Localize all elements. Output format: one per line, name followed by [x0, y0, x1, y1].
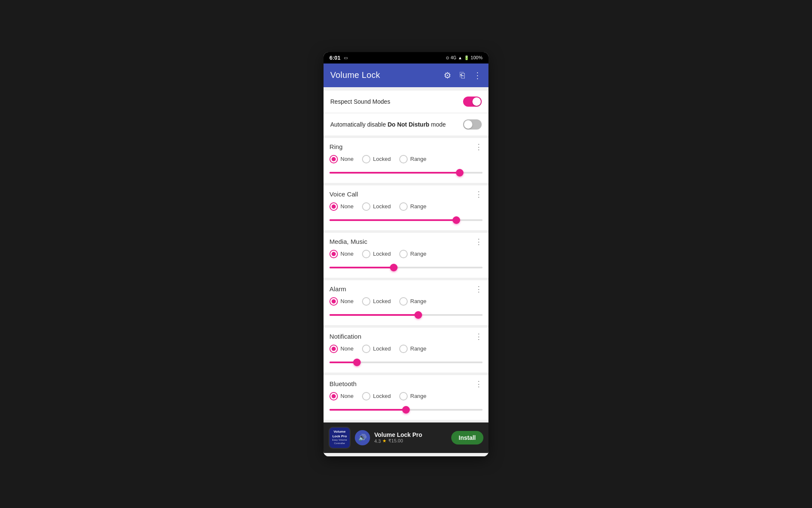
auto-disable-dnd-toggle[interactable]: [463, 119, 482, 130]
radio-label-locked: Locked: [373, 203, 391, 210]
toggle-thumb-dnd: [464, 120, 472, 129]
radio-inner: [332, 157, 336, 161]
radio-option-voice-call-none[interactable]: None: [329, 202, 354, 211]
slider-fill-ring: [329, 172, 460, 174]
radio-circle-range: [399, 250, 408, 258]
slider-container-notification[interactable]: [329, 358, 483, 367]
radio-inner: [332, 252, 336, 256]
radio-option-notification-none[interactable]: None: [329, 345, 354, 353]
radio-option-notification-locked[interactable]: Locked: [362, 345, 391, 353]
radio-option-alarm-range[interactable]: Range: [399, 297, 426, 306]
radio-option-ring-none[interactable]: None: [329, 155, 354, 163]
radio-option-bluetooth-range[interactable]: Range: [399, 392, 426, 400]
radio-circle-locked: [362, 345, 370, 353]
signal-4g: 4G: [451, 55, 456, 60]
banner-app-sub: 4.3 ★ ₹15.00: [374, 438, 447, 444]
slider-fill-alarm: [329, 314, 418, 316]
slider-container-ring[interactable]: [329, 168, 483, 177]
slider-track-voice-call: [329, 219, 483, 221]
radio-option-bluetooth-locked[interactable]: Locked: [362, 392, 391, 400]
battery-percent: 100%: [471, 55, 483, 60]
radio-option-ring-range[interactable]: Range: [399, 155, 426, 163]
radio-label-none: None: [340, 345, 354, 352]
slider-fill-media-music: [329, 267, 394, 268]
radio-label-none: None: [340, 203, 354, 210]
radio-circle-range: [399, 345, 408, 353]
slider-container-media-music[interactable]: [329, 263, 483, 272]
card-title-media-music: Media, Music: [329, 238, 368, 245]
radio-group-alarm: None Locked Range: [329, 297, 483, 306]
slider-container-alarm[interactable]: [329, 311, 483, 319]
radio-option-notification-range[interactable]: Range: [399, 345, 426, 353]
banner-rating: 4.3: [374, 439, 381, 444]
radio-label-range: Range: [410, 393, 426, 399]
radio-circle-locked: [362, 250, 370, 258]
card-more-ring[interactable]: ⋮: [475, 143, 483, 151]
radio-group-notification: None Locked Range: [329, 345, 483, 353]
volume-card-voice-call: Voice Call ⋮ None Locked Range: [324, 185, 488, 230]
respect-sound-modes-toggle[interactable]: [463, 97, 482, 107]
slider-thumb-alarm[interactable]: [414, 311, 422, 319]
radio-option-alarm-none[interactable]: None: [329, 297, 354, 306]
slider-container-voice-call[interactable]: [329, 216, 483, 224]
slider-thumb-media-music[interactable]: [390, 264, 398, 271]
radio-option-ring-locked[interactable]: Locked: [362, 155, 391, 163]
radio-label-none: None: [340, 393, 354, 399]
slider-container-bluetooth[interactable]: [329, 406, 483, 414]
share-icon[interactable]: ⎗: [460, 70, 465, 80]
slider-track-notification: [329, 362, 483, 363]
radio-group-voice-call: None Locked Range: [329, 202, 483, 211]
slider-fill-voice-call: [329, 219, 456, 221]
app-bar-title: Volume Lock: [330, 70, 444, 80]
banner-icon-title: Volume Lock Pro: [331, 430, 348, 439]
install-button[interactable]: Install: [451, 431, 483, 444]
radio-option-media-music-range[interactable]: Range: [399, 250, 426, 258]
card-more-notification[interactable]: ⋮: [475, 333, 483, 340]
radio-option-bluetooth-none[interactable]: None: [329, 392, 354, 400]
banner-star: ★: [382, 438, 387, 444]
card-header-voice-call: Voice Call ⋮: [329, 190, 483, 198]
radio-option-alarm-locked[interactable]: Locked: [362, 297, 391, 306]
auto-disable-dnd-row: Automatically disable Do Not Disturb mod…: [324, 113, 488, 135]
card-more-media-music[interactable]: ⋮: [475, 238, 483, 246]
radio-label-range: Range: [410, 298, 426, 304]
radio-inner: [332, 204, 336, 209]
slider-thumb-bluetooth[interactable]: [402, 406, 410, 414]
radio-circle-none: [329, 202, 338, 211]
auto-disable-bold: Do Not Disturb: [387, 121, 429, 128]
wifi-icon: ⊙: [446, 55, 449, 60]
card-title-bluetooth: Bluetooth: [329, 380, 357, 387]
battery-icon: 🔋: [464, 55, 469, 60]
card-title-alarm: Alarm: [329, 285, 346, 293]
volume-card-bluetooth: Bluetooth ⋮ None Locked Range: [324, 375, 488, 420]
toggle-thumb: [472, 97, 481, 106]
card-header-media-music: Media, Music ⋮: [329, 238, 483, 246]
card-header-bluetooth: Bluetooth ⋮: [329, 380, 483, 388]
app-bar: Volume Lock ⚙ ⎗ ⋮: [324, 64, 488, 87]
slider-thumb-notification[interactable]: [353, 359, 361, 366]
radio-circle-none: [329, 392, 338, 400]
radio-circle-range: [399, 155, 408, 163]
radio-option-media-music-none[interactable]: None: [329, 250, 354, 258]
radio-option-voice-call-locked[interactable]: Locked: [362, 202, 391, 211]
volume-card-alarm: Alarm ⋮ None Locked Range: [324, 280, 488, 325]
radio-circle-range: [399, 392, 408, 400]
card-more-voice-call[interactable]: ⋮: [475, 190, 483, 198]
radio-option-voice-call-range[interactable]: Range: [399, 202, 426, 211]
card-more-alarm[interactable]: ⋮: [475, 285, 483, 293]
radio-label-locked: Locked: [373, 156, 391, 162]
slider-thumb-ring[interactable]: [456, 169, 464, 177]
phone-container: 6:01 ▭ ⊙ 4G ▲ 🔋 100% Volume Lock ⚙ ⎗ ⋮ R…: [324, 52, 488, 456]
radio-option-media-music-locked[interactable]: Locked: [362, 250, 391, 258]
status-time: 6:01: [329, 55, 340, 61]
respect-sound-modes-label: Respect Sound Modes: [330, 98, 463, 105]
banner-app-icon: Volume Lock Pro Easy Volume Controller: [329, 427, 351, 449]
content-area: Respect Sound Modes Automatically disabl…: [324, 87, 488, 456]
auto-disable-suffix: mode: [429, 121, 446, 128]
settings-icon[interactable]: ⚙: [444, 70, 451, 80]
card-more-bluetooth[interactable]: ⋮: [475, 380, 483, 388]
radio-label-locked: Locked: [373, 251, 391, 257]
slider-thumb-voice-call[interactable]: [453, 216, 460, 224]
more-options-icon[interactable]: ⋮: [473, 70, 482, 80]
slider-track-bluetooth: [329, 409, 483, 411]
